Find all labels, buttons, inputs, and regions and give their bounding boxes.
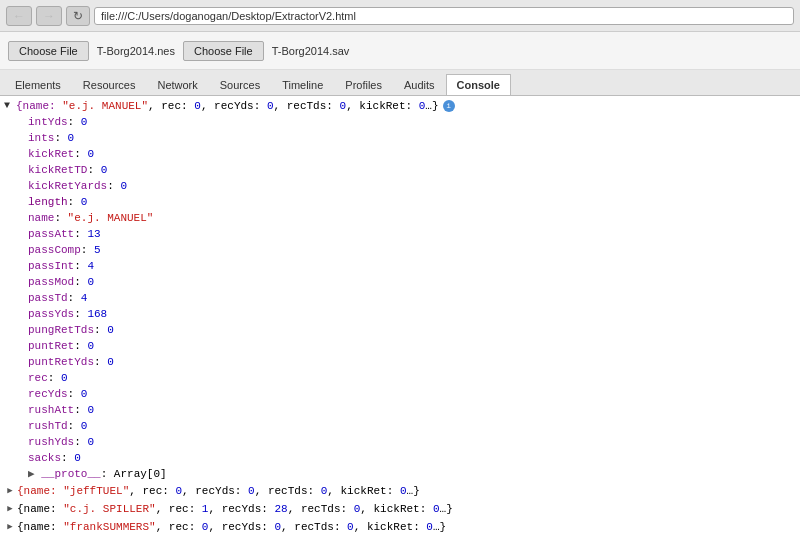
prop-pungRetTds: pungRetTds: 0	[28, 322, 796, 338]
entry-text-1: {name: "c.j. SPILLER", rec: 1, recYds: 2…	[17, 501, 453, 517]
devtools-tabs: Elements Resources Network Sources Timel…	[0, 70, 800, 96]
expanded-props: intYds: 0 ints: 0 kickRet: 0 kickRetTD: …	[4, 114, 796, 482]
choose-file-button-2[interactable]: Choose File	[183, 41, 264, 61]
tab-network[interactable]: Network	[146, 74, 208, 95]
prop-puntRet: puntRet: 0	[28, 338, 796, 354]
collapsed-entry-2[interactable]: ▶ {name: "frankSUMMERS", rec: 0, recYds:…	[4, 518, 796, 536]
entry-header-key: {name: "e.j. MANUEL", rec: 0, recYds: 0,…	[16, 98, 439, 114]
tab-audits[interactable]: Audits	[393, 74, 446, 95]
prop-proto[interactable]: ▶ __proto__: Array[0]	[28, 466, 796, 482]
expand-icon-1[interactable]: ▶	[6, 505, 14, 513]
prop-rushAtt: rushAtt: 0	[28, 402, 796, 418]
tab-elements[interactable]: Elements	[4, 74, 72, 95]
prop-ints: ints: 0	[28, 130, 796, 146]
expanded-entry-header[interactable]: ▼ {name: "e.j. MANUEL", rec: 0, recYds: …	[4, 98, 796, 114]
console-area[interactable]: ▼ {name: "e.j. MANUEL", rec: 0, recYds: …	[0, 96, 800, 540]
expanded-entry: ▼ {name: "e.j. MANUEL", rec: 0, recYds: …	[4, 98, 796, 482]
collapsed-entry-3[interactable]: ▶ {name: "fredJACKSON", rec: 0, recYds: …	[4, 536, 796, 540]
expand-arrow[interactable]: ▼	[4, 98, 14, 114]
prop-recYds: recYds: 0	[28, 386, 796, 402]
back-button[interactable]: ←	[6, 6, 32, 26]
entry-text-2: {name: "frankSUMMERS", rec: 0, recYds: 0…	[17, 519, 446, 535]
refresh-button[interactable]: ↻	[66, 6, 90, 26]
collapsed-entry-0[interactable]: ▶ {name: "jeffTUEL", rec: 0, recYds: 0, …	[4, 482, 796, 500]
prop-passYds: passYds: 168	[28, 306, 796, 322]
tab-timeline[interactable]: Timeline	[271, 74, 334, 95]
file-inputs-row: Choose File T-Borg2014.nes Choose File T…	[0, 32, 800, 70]
prop-name: name: "e.j. MANUEL"	[28, 210, 796, 226]
info-icon: i	[443, 100, 455, 112]
prop-rushYds: rushYds: 0	[28, 434, 796, 450]
prop-rec: rec: 0	[28, 370, 796, 386]
tab-profiles[interactable]: Profiles	[334, 74, 393, 95]
prop-passInt: passInt: 4	[28, 258, 796, 274]
forward-button[interactable]: →	[36, 6, 62, 26]
prop-passAtt: passAtt: 13	[28, 226, 796, 242]
file-name-2: T-Borg2014.sav	[272, 45, 350, 57]
prop-length: length: 0	[28, 194, 796, 210]
expand-icon-2[interactable]: ▶	[6, 523, 14, 531]
prop-kickRet: kickRet: 0	[28, 146, 796, 162]
choose-file-button-1[interactable]: Choose File	[8, 41, 89, 61]
prop-sacks: sacks: 0	[28, 450, 796, 466]
expand-icon-0[interactable]: ▶	[6, 487, 14, 495]
prop-puntRetYds: puntRetYds: 0	[28, 354, 796, 370]
prop-passMod: passMod: 0	[28, 274, 796, 290]
collapsed-entry-1[interactable]: ▶ {name: "c.j. SPILLER", rec: 1, recYds:…	[4, 500, 796, 518]
tab-resources[interactable]: Resources	[72, 74, 147, 95]
prop-kickRetTD: kickRetTD: 0	[28, 162, 796, 178]
prop-passComp: passComp: 5	[28, 242, 796, 258]
address-bar[interactable]	[94, 7, 794, 25]
prop-passTd: passTd: 4	[28, 290, 796, 306]
prop-intYds: intYds: 0	[28, 114, 796, 130]
file-name-1: T-Borg2014.nes	[97, 45, 175, 57]
prop-kickRetYards: kickRetYards: 0	[28, 178, 796, 194]
entry-text-0: {name: "jeffTUEL", rec: 0, recYds: 0, re…	[17, 483, 420, 499]
browser-toolbar: ← → ↻	[0, 0, 800, 32]
prop-rushTd: rushTd: 0	[28, 418, 796, 434]
tab-console[interactable]: Console	[446, 74, 511, 95]
tab-sources[interactable]: Sources	[209, 74, 271, 95]
